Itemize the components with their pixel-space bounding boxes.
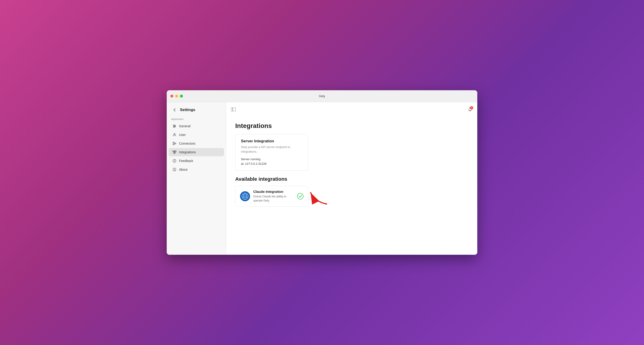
svg-rect-10: [173, 151, 174, 152]
feedback-icon: [172, 159, 177, 163]
sidebar-item-about-label: About: [179, 168, 188, 171]
app-window: Gety Settings Application: [167, 90, 477, 255]
claude-integration-card[interactable]: Claude Integration Grants Claude the abi…: [235, 186, 308, 207]
sidebar-item-general[interactable]: General: [168, 122, 224, 130]
svg-point-5: [174, 127, 174, 128]
svg-point-7: [173, 142, 174, 143]
titlebar: Gety: [167, 90, 477, 102]
sidebar: Settings Application General: [167, 102, 226, 255]
maximize-button[interactable]: [180, 95, 183, 98]
claude-icon: [240, 191, 250, 201]
sidebar-section-label: Application: [167, 118, 226, 122]
sidebar-item-feedback-label: Feedback: [179, 159, 193, 163]
sidebar-item-about[interactable]: About: [168, 165, 224, 174]
server-card-description: Gety provide a API server endpoint to in…: [241, 145, 302, 154]
server-integration-card: Server Integration Gety provide a API se…: [235, 134, 308, 171]
svg-point-6: [174, 133, 175, 135]
main-area: Settings Application General: [167, 102, 477, 255]
svg-point-16: [174, 169, 175, 169]
page-title: Integrations: [235, 122, 468, 130]
svg-point-9: [173, 144, 174, 145]
minimize-button[interactable]: [175, 95, 178, 98]
claude-integration-name: Claude Integration: [253, 190, 294, 194]
svg-point-25: [297, 193, 303, 199]
svg-point-4: [174, 126, 176, 127]
close-button[interactable]: [170, 95, 173, 98]
traffic-lights: [170, 95, 183, 98]
sidebar-item-general-label: General: [179, 124, 190, 128]
connectors-icon: [172, 141, 177, 146]
content-toolbar: 1: [230, 106, 474, 113]
sidebar-item-integrations-label: Integrations: [179, 150, 196, 154]
sidebar-header: Settings: [167, 106, 226, 118]
sidebar-item-connectors-label: Connectors: [179, 142, 196, 145]
back-button[interactable]: [171, 107, 178, 113]
notification-button[interactable]: 1: [466, 106, 474, 113]
sidebar-title: Settings: [180, 108, 195, 112]
svg-rect-12: [174, 152, 175, 154]
svg-point-3: [173, 125, 174, 126]
content-area: 1 Integrations Server Integration Gety p…: [226, 102, 477, 255]
svg-rect-11: [175, 151, 176, 152]
sidebar-item-user-label: User: [179, 133, 186, 137]
svg-rect-17: [231, 108, 236, 111]
sliders-icon: [172, 124, 177, 128]
svg-point-14: [174, 161, 175, 162]
claude-integration-desc: Grants Claude the ability to operate Get…: [253, 194, 294, 203]
check-enabled-icon[interactable]: [297, 193, 304, 199]
claude-integration-info: Claude Integration Grants Claude the abi…: [253, 190, 294, 203]
sidebar-toggle-button[interactable]: [230, 106, 237, 113]
user-icon: [172, 133, 177, 137]
sidebar-item-connectors[interactable]: Connectors: [168, 139, 224, 148]
sidebar-item-user[interactable]: User: [168, 131, 224, 139]
integrations-icon: [172, 150, 177, 154]
about-icon: [172, 167, 177, 172]
server-card-title: Server Integration: [241, 139, 302, 144]
integration-card-wrapper: Claude Integration Grants Claude the abi…: [235, 186, 308, 207]
sidebar-item-integrations[interactable]: Integrations: [168, 148, 224, 156]
notification-badge: 1: [470, 106, 473, 109]
arrow-annotation: [306, 188, 329, 206]
available-integrations-title: Available integrations: [235, 176, 468, 182]
sidebar-item-feedback[interactable]: Feedback: [168, 157, 224, 165]
window-title: Gety: [319, 94, 325, 98]
svg-point-8: [175, 143, 176, 144]
server-card-status: Server running at: 127.0.0.1:31226: [241, 157, 302, 166]
